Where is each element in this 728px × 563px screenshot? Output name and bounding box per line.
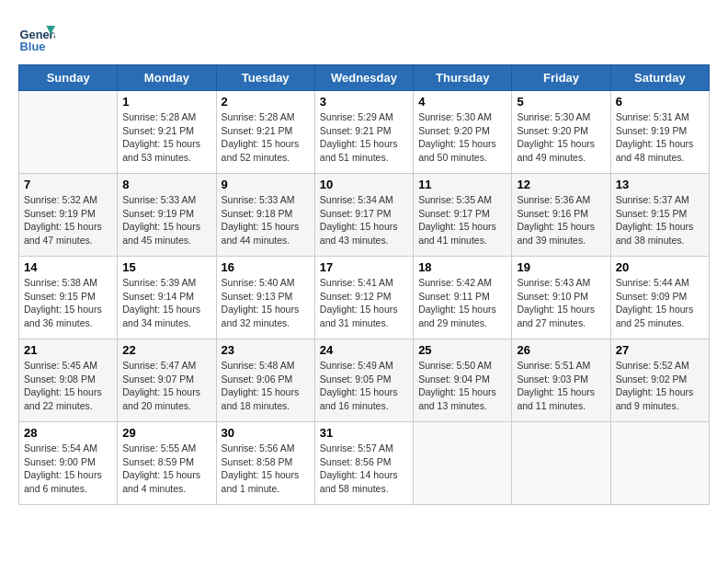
calendar-week-4: 21Sunrise: 5:45 AM Sunset: 9:08 PM Dayli… [19, 339, 710, 422]
day-info: Sunrise: 5:36 AM Sunset: 9:16 PM Dayligh… [517, 193, 605, 247]
calendar-cell: 29Sunrise: 5:55 AM Sunset: 8:59 PM Dayli… [118, 422, 216, 505]
day-info: Sunrise: 5:45 AM Sunset: 9:08 PM Dayligh… [24, 359, 112, 413]
day-header-friday: Friday [512, 65, 610, 91]
calendar-cell: 7Sunrise: 5:32 AM Sunset: 9:19 PM Daylig… [19, 174, 118, 257]
svg-text:Blue: Blue [20, 40, 46, 53]
day-number: 24 [320, 343, 408, 357]
day-number: 10 [320, 178, 408, 191]
page-header: General Blue [18, 18, 710, 55]
calendar-cell [610, 422, 709, 505]
calendar-week-3: 14Sunrise: 5:38 AM Sunset: 9:15 PM Dayli… [19, 257, 710, 339]
day-header-thursday: Thursday [414, 65, 512, 91]
calendar-week-5: 28Sunrise: 5:54 AM Sunset: 9:00 PM Dayli… [19, 422, 710, 505]
calendar-cell [19, 91, 118, 174]
calendar-cell: 21Sunrise: 5:45 AM Sunset: 9:08 PM Dayli… [19, 339, 118, 422]
day-header-saturday: Saturday [610, 65, 709, 91]
calendar-cell: 26Sunrise: 5:51 AM Sunset: 9:03 PM Dayli… [512, 339, 610, 422]
calendar-cell: 9Sunrise: 5:33 AM Sunset: 9:18 PM Daylig… [216, 174, 314, 257]
day-number: 23 [222, 343, 310, 357]
calendar-cell: 5Sunrise: 5:30 AM Sunset: 9:20 PM Daylig… [512, 91, 610, 174]
calendar-cell: 2Sunrise: 5:28 AM Sunset: 9:21 PM Daylig… [216, 91, 314, 174]
day-number: 26 [517, 343, 605, 357]
calendar-week-2: 7Sunrise: 5:32 AM Sunset: 9:19 PM Daylig… [19, 174, 710, 257]
day-number: 25 [418, 343, 506, 357]
day-number: 17 [320, 260, 408, 274]
day-info: Sunrise: 5:56 AM Sunset: 8:58 PM Dayligh… [222, 442, 310, 496]
day-info: Sunrise: 5:51 AM Sunset: 9:03 PM Dayligh… [517, 359, 605, 413]
day-info: Sunrise: 5:33 AM Sunset: 9:19 PM Dayligh… [122, 193, 210, 247]
calendar-cell: 8Sunrise: 5:33 AM Sunset: 9:19 PM Daylig… [118, 174, 216, 257]
day-info: Sunrise: 5:39 AM Sunset: 9:14 PM Dayligh… [122, 276, 210, 330]
day-info: Sunrise: 5:28 AM Sunset: 9:21 PM Dayligh… [122, 110, 210, 165]
calendar-cell: 10Sunrise: 5:34 AM Sunset: 9:17 PM Dayli… [314, 174, 413, 257]
day-number: 8 [122, 178, 210, 191]
day-number: 14 [24, 260, 112, 274]
day-header-tuesday: Tuesday [216, 65, 314, 91]
calendar-cell [414, 422, 512, 505]
calendar-cell: 12Sunrise: 5:36 AM Sunset: 9:16 PM Dayli… [512, 174, 610, 257]
day-number: 21 [24, 343, 112, 357]
day-info: Sunrise: 5:47 AM Sunset: 9:07 PM Dayligh… [122, 359, 210, 413]
day-number: 7 [24, 178, 112, 191]
day-info: Sunrise: 5:35 AM Sunset: 9:17 PM Dayligh… [418, 193, 506, 247]
day-header-monday: Monday [118, 65, 216, 91]
day-info: Sunrise: 5:43 AM Sunset: 9:10 PM Dayligh… [517, 276, 605, 330]
calendar-cell: 18Sunrise: 5:42 AM Sunset: 9:11 PM Dayli… [414, 257, 512, 339]
day-info: Sunrise: 5:33 AM Sunset: 9:18 PM Dayligh… [222, 193, 310, 247]
day-number: 11 [418, 178, 506, 191]
day-info: Sunrise: 5:44 AM Sunset: 9:09 PM Dayligh… [616, 276, 704, 330]
calendar-cell: 23Sunrise: 5:48 AM Sunset: 9:06 PM Dayli… [216, 339, 314, 422]
day-info: Sunrise: 5:32 AM Sunset: 9:19 PM Dayligh… [24, 193, 112, 247]
calendar-table: SundayMondayTuesdayWednesdayThursdayFrid… [18, 64, 710, 505]
day-info: Sunrise: 5:55 AM Sunset: 8:59 PM Dayligh… [122, 442, 210, 496]
calendar-header-row: SundayMondayTuesdayWednesdayThursdayFrid… [19, 65, 710, 91]
calendar-cell [512, 422, 610, 505]
calendar-cell: 27Sunrise: 5:52 AM Sunset: 9:02 PM Dayli… [610, 339, 709, 422]
calendar-cell: 30Sunrise: 5:56 AM Sunset: 8:58 PM Dayli… [216, 422, 314, 505]
calendar-cell: 15Sunrise: 5:39 AM Sunset: 9:14 PM Dayli… [118, 257, 216, 339]
day-number: 5 [517, 95, 605, 109]
day-info: Sunrise: 5:54 AM Sunset: 9:00 PM Dayligh… [24, 442, 112, 496]
day-info: Sunrise: 5:52 AM Sunset: 9:02 PM Dayligh… [616, 359, 704, 413]
day-number: 31 [320, 426, 408, 440]
day-number: 27 [616, 343, 704, 357]
day-number: 19 [517, 260, 605, 274]
day-info: Sunrise: 5:34 AM Sunset: 9:17 PM Dayligh… [320, 193, 408, 247]
day-number: 9 [222, 178, 310, 191]
day-number: 4 [418, 95, 506, 109]
day-number: 2 [222, 95, 310, 109]
day-info: Sunrise: 5:30 AM Sunset: 9:20 PM Dayligh… [517, 110, 605, 165]
day-info: Sunrise: 5:49 AM Sunset: 9:05 PM Dayligh… [320, 359, 408, 413]
calendar-cell: 17Sunrise: 5:41 AM Sunset: 9:12 PM Dayli… [314, 257, 413, 339]
calendar-cell: 31Sunrise: 5:57 AM Sunset: 8:56 PM Dayli… [314, 422, 413, 505]
day-info: Sunrise: 5:38 AM Sunset: 9:15 PM Dayligh… [24, 276, 112, 330]
calendar-cell: 4Sunrise: 5:30 AM Sunset: 9:20 PM Daylig… [414, 91, 512, 174]
day-number: 22 [122, 343, 210, 357]
day-info: Sunrise: 5:40 AM Sunset: 9:13 PM Dayligh… [222, 276, 310, 330]
calendar-cell: 14Sunrise: 5:38 AM Sunset: 9:15 PM Dayli… [19, 257, 118, 339]
day-info: Sunrise: 5:31 AM Sunset: 9:19 PM Dayligh… [616, 110, 704, 165]
calendar-cell: 16Sunrise: 5:40 AM Sunset: 9:13 PM Dayli… [216, 257, 314, 339]
day-number: 12 [517, 178, 605, 191]
logo: General Blue [18, 18, 59, 55]
calendar-cell: 1Sunrise: 5:28 AM Sunset: 9:21 PM Daylig… [118, 91, 216, 174]
calendar-cell: 3Sunrise: 5:29 AM Sunset: 9:21 PM Daylig… [314, 91, 413, 174]
day-number: 13 [616, 178, 704, 191]
day-info: Sunrise: 5:41 AM Sunset: 9:12 PM Dayligh… [320, 276, 408, 330]
day-info: Sunrise: 5:30 AM Sunset: 9:20 PM Dayligh… [418, 110, 506, 165]
day-header-sunday: Sunday [19, 65, 118, 91]
day-info: Sunrise: 5:37 AM Sunset: 9:15 PM Dayligh… [616, 193, 704, 247]
calendar-cell: 28Sunrise: 5:54 AM Sunset: 9:00 PM Dayli… [19, 422, 118, 505]
day-number: 3 [320, 95, 408, 109]
day-number: 6 [616, 95, 704, 109]
day-number: 30 [222, 426, 310, 440]
day-info: Sunrise: 5:48 AM Sunset: 9:06 PM Dayligh… [222, 359, 310, 413]
day-number: 15 [122, 260, 210, 274]
day-info: Sunrise: 5:42 AM Sunset: 9:11 PM Dayligh… [418, 276, 506, 330]
day-number: 29 [122, 426, 210, 440]
logo-icon: General Blue [18, 18, 55, 55]
day-number: 1 [122, 95, 210, 109]
calendar-week-1: 1Sunrise: 5:28 AM Sunset: 9:21 PM Daylig… [19, 91, 710, 174]
calendar-cell: 19Sunrise: 5:43 AM Sunset: 9:10 PM Dayli… [512, 257, 610, 339]
calendar-cell: 11Sunrise: 5:35 AM Sunset: 9:17 PM Dayli… [414, 174, 512, 257]
